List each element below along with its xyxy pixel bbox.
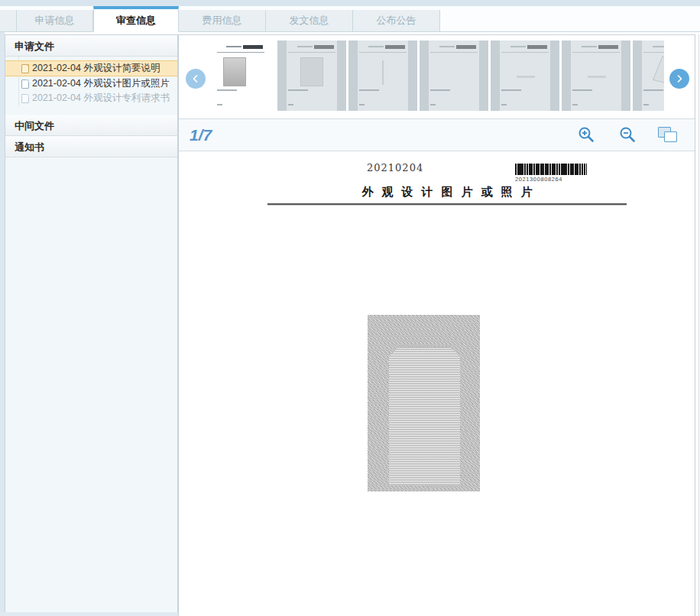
thumb-barcode — [314, 45, 334, 49]
thumb-footer-line — [430, 89, 450, 91]
page-thumbnail-7[interactable] — [633, 41, 664, 111]
design-image-cabinet-door — [368, 315, 480, 491]
section-notifications[interactable]: 通知书 — [5, 136, 177, 157]
thumb-title-line — [653, 46, 664, 47]
thumb-barcode — [527, 45, 547, 49]
barcode-number: 2021300808264 — [515, 176, 587, 183]
thumb-title-line — [297, 46, 313, 47]
thumb-barcode — [598, 45, 618, 49]
right-gutter — [698, 34, 699, 616]
thumb-rule — [217, 52, 264, 53]
thumb-page-number — [643, 104, 649, 105]
section-intermediate-files[interactable]: 中间文件 — [5, 115, 177, 136]
thumb-rule — [359, 52, 407, 53]
thumb-footer-line — [572, 89, 592, 91]
document-barcode: 2021300808264 — [515, 164, 587, 183]
thumb-rule — [572, 52, 620, 53]
barcode-icon — [515, 164, 587, 175]
thumb-image — [653, 56, 664, 85]
next-page-button[interactable] — [669, 69, 689, 89]
thumb-page-number — [430, 104, 436, 105]
thumb-title-line — [226, 46, 241, 47]
thumb-image — [382, 60, 384, 85]
document-icon — [21, 94, 29, 103]
document-viewer-panel: 1/7 — [178, 34, 695, 616]
thumb-footer-line — [501, 89, 521, 91]
thumb-page-number — [572, 104, 578, 105]
page-thumbnail-1[interactable] — [206, 41, 275, 111]
zoom-in-button[interactable] — [577, 126, 595, 144]
document-tree-sidebar: 申请文件 2021-02-04 外观设计简要说明 2021-02-04 外观设计… — [5, 34, 178, 612]
bottom-gutter — [0, 612, 178, 616]
thumb-page-number — [501, 104, 507, 105]
file-item-label: 2021-02-04 外观设计专利请求书 — [32, 92, 170, 105]
section-application-files[interactable]: 申请文件 — [5, 35, 177, 57]
file-item-label: 2021-02-04 外观设计图片或照片 — [32, 77, 170, 90]
file-item-label: 2021-02-04 外观设计简要说明 — [32, 62, 160, 75]
thumbnail-strip — [179, 35, 695, 119]
page-indicator: 1/7 — [190, 126, 212, 144]
zoom-out-icon — [618, 126, 637, 144]
document-title: 外观设计图片或照片 — [267, 185, 627, 199]
thumb-image — [300, 57, 323, 86]
thumb-image — [588, 76, 606, 78]
page-thumbnail-6[interactable] — [562, 41, 630, 111]
file-item-patent-request[interactable]: 2021-02-04 外观设计专利请求书 — [5, 91, 177, 105]
zoom-in-icon — [577, 126, 595, 144]
thumb-page-number — [217, 104, 222, 105]
thumbnail-list — [206, 41, 664, 111]
chevron-left-icon — [191, 74, 200, 83]
window-top-strip — [0, 0, 700, 6]
thumb-barcode — [385, 45, 405, 49]
thumb-title-line — [582, 46, 597, 47]
tab-application-info[interactable]: 申请信息 — [17, 10, 93, 31]
thumb-page-number — [288, 104, 293, 105]
application-file-list: 2021-02-04 外观设计简要说明 2021-02-04 外观设计图片或照片… — [5, 57, 177, 110]
thumb-barcode — [243, 45, 263, 49]
tab-fee-info[interactable]: 费用信息 — [179, 10, 266, 31]
tab-bar-lead — [0, 10, 17, 31]
page-thumbnail-2[interactable] — [277, 41, 346, 111]
patent-review-window: 申请信息 审查信息 费用信息 发文信息 公布公告 申请文件 2021-02-04… — [0, 0, 700, 616]
tab-bar: 申请信息 审查信息 费用信息 发文信息 公布公告 — [0, 6, 700, 32]
chevron-right-icon — [675, 74, 684, 83]
zoom-out-button[interactable] — [618, 126, 637, 144]
document-date: 20210204 — [367, 162, 423, 173]
thumb-footer-line — [288, 89, 308, 91]
page-thumbnail-5[interactable] — [491, 41, 559, 111]
prev-page-button[interactable] — [186, 69, 206, 89]
tab-publication-announcement[interactable]: 公布公告 — [353, 10, 440, 31]
thumb-rule — [430, 52, 478, 53]
tab-issued-docs-info[interactable]: 发文信息 — [266, 10, 353, 31]
thumb-title-line — [510, 46, 526, 47]
title-divider — [267, 203, 627, 205]
thumb-rule — [643, 52, 664, 53]
page-thumbnail-3[interactable] — [348, 41, 417, 111]
thumb-barcode — [456, 45, 476, 49]
thumb-footer-line — [643, 89, 663, 91]
file-item-brief-description[interactable]: 2021-02-04 外观设计简要说明 — [5, 60, 177, 76]
file-item-design-pictures[interactable]: 2021-02-04 外观设计图片或照片 — [5, 76, 177, 91]
page-thumbnail-4[interactable] — [420, 41, 488, 111]
thumb-rule — [501, 52, 549, 53]
pages-icon — [664, 131, 677, 142]
document-page-view: 20210204 2021300808264 外观设计图片或照片 — [179, 151, 695, 615]
thumb-image — [517, 76, 535, 78]
document-icon — [21, 79, 29, 89]
thumb-footer-line — [359, 89, 379, 91]
pages-view-button[interactable] — [658, 127, 678, 144]
thumb-title-line — [439, 46, 455, 47]
document-icon — [21, 64, 29, 73]
thumb-image — [223, 57, 246, 86]
thumb-title-line — [368, 46, 384, 47]
tab-review-info[interactable]: 审查信息 — [93, 6, 179, 32]
thumb-rule — [288, 52, 335, 53]
viewer-toolbar: 1/7 — [179, 119, 695, 151]
thumb-footer-line — [217, 89, 237, 91]
thumb-page-number — [359, 104, 365, 105]
design-image-inner-panel — [389, 347, 460, 485]
